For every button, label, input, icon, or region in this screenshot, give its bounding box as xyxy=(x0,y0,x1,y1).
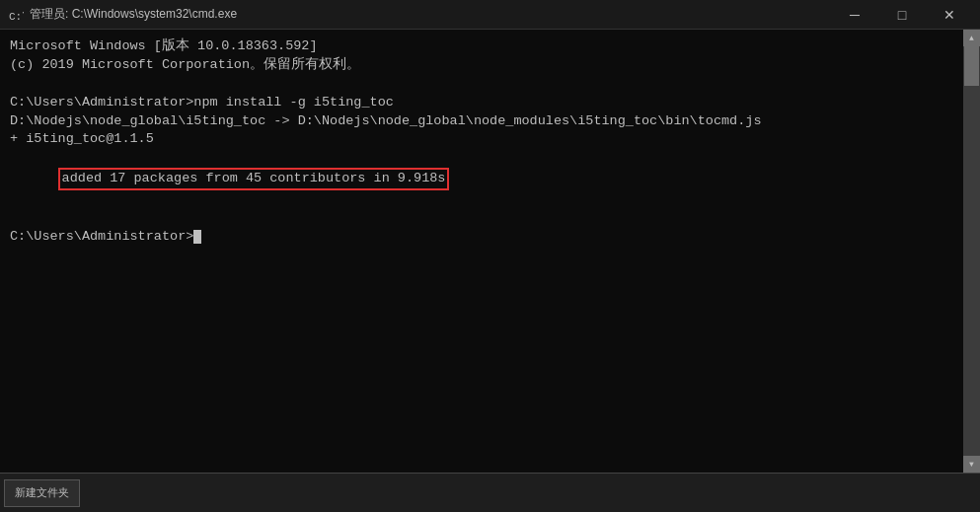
terminal-line-3 xyxy=(10,75,953,94)
minimize-button[interactable]: ─ xyxy=(832,0,877,30)
window-controls: ─ □ ✕ xyxy=(832,0,972,30)
scrollbar-thumb[interactable] xyxy=(964,46,979,86)
terminal-cursor xyxy=(193,230,201,244)
taskbar-new-folder-button[interactable]: 新建文件夹 xyxy=(4,479,80,507)
terminal-line-9: C:\Users\Administrator> xyxy=(10,228,953,247)
scrollbar-track[interactable] xyxy=(963,46,980,456)
maximize-button[interactable]: □ xyxy=(879,0,925,30)
scroll-up-arrow[interactable]: ▲ xyxy=(963,30,980,46)
scrollbar[interactable]: ▲ ▼ xyxy=(963,30,980,473)
terminal-output[interactable]: Microsoft Windows [版本 10.0.18363.592] (c… xyxy=(0,30,963,473)
highlight-result: added 17 packages from 45 contributors i… xyxy=(58,168,450,190)
terminal-line-2: (c) 2019 Microsoft Corporation。保留所有权利。 xyxy=(10,56,953,75)
terminal-line-4: C:\Users\Administrator>npm install -g i5… xyxy=(10,94,953,112)
window-title: 管理员: C:\Windows\system32\cmd.exe xyxy=(30,6,832,23)
close-button[interactable]: ✕ xyxy=(927,0,972,30)
terminal-line-7-highlight: added 17 packages from 45 contributors i… xyxy=(10,149,953,209)
terminal-line-6: + i5ting_toc@1.1.5 xyxy=(10,130,953,149)
svg-text:C:\: C:\ xyxy=(9,11,24,23)
cmd-wrapper: Microsoft Windows [版本 10.0.18363.592] (c… xyxy=(0,30,980,473)
title-bar: C:\ 管理员: C:\Windows\system32\cmd.exe ─ □… xyxy=(0,0,980,30)
terminal-line-8 xyxy=(10,209,953,228)
terminal-line-5: D:\Nodejs\node_global\i5ting_toc -> D:\N… xyxy=(10,112,953,131)
taskbar: 新建文件夹 xyxy=(0,473,980,512)
scroll-down-arrow[interactable]: ▼ xyxy=(963,456,980,473)
terminal-line-1: Microsoft Windows [版本 10.0.18363.592] xyxy=(10,37,953,56)
cmd-icon: C:\ xyxy=(8,7,24,23)
